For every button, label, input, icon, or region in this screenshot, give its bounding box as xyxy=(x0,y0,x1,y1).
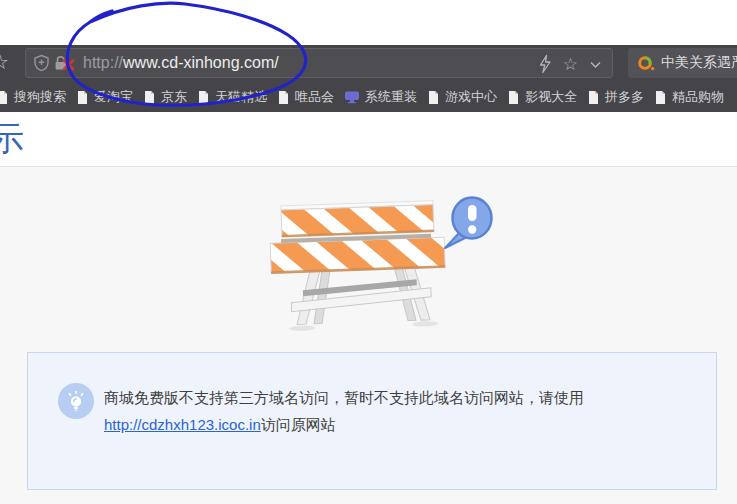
bookmark-label: 爱淘宝 xyxy=(94,88,133,106)
bookmark-item[interactable]: 影视大全 xyxy=(507,88,577,106)
bookmark-item[interactable]: 唯品会 xyxy=(277,88,334,106)
clipped-heading-fragment: 示 xyxy=(0,116,24,162)
address-bar[interactable]: http://www.cd-xinhong.com/ ☆ xyxy=(25,48,613,78)
page-icon xyxy=(0,90,9,105)
page-icon xyxy=(427,90,440,105)
address-bar-row: ☆ http://www.cd-xinh xyxy=(0,45,737,82)
lightbulb-icon xyxy=(58,383,94,419)
bookmark-item[interactable]: 天猫精选 xyxy=(197,88,267,106)
bookmark-label: 精品购物 xyxy=(672,88,724,106)
notice-message-after-link: 访问原网站 xyxy=(261,416,336,433)
bookmark-item[interactable]: 搜狗搜索 xyxy=(0,88,66,106)
bookmark-item-system-reinstall[interactable]: 系统重装 xyxy=(344,88,417,106)
page-icon xyxy=(507,90,520,105)
bookmark-item[interactable]: 京东 xyxy=(143,88,187,106)
bookmark-label: 天猫精选 xyxy=(215,88,267,106)
quick-launch-icon[interactable] xyxy=(538,54,552,74)
bookmark-label: 拼多多 xyxy=(605,88,644,106)
page-icon xyxy=(143,90,156,105)
notice-message: 商城免费版不支持第三方域名访问，暂时不支持此域名访问网站，请使用 http://… xyxy=(104,384,684,438)
alert-bubble xyxy=(445,198,492,249)
bookmark-label: 京东 xyxy=(161,88,187,106)
bookmark-label: 游戏中心 xyxy=(445,88,497,106)
shield-plus-icon[interactable] xyxy=(33,54,50,72)
bookmarks-bar: 搜狗搜索 爱淘宝 京东 天猫精选 唯品会 系统重装 游戏中心 影视大全 xyxy=(0,82,737,112)
chevron-down-icon[interactable] xyxy=(589,58,602,71)
bookmark-label: 影视大全 xyxy=(525,88,577,106)
bookmark-label: 系统重装 xyxy=(365,88,417,106)
browser-chrome: ☆ http://www.cd-xinh xyxy=(0,45,737,112)
url-text[interactable]: http://www.cd-xinhong.com/ xyxy=(83,54,279,72)
search-suggestion-text: 中美关系遇严 xyxy=(661,54,737,72)
favorite-star-icon[interactable]: ☆ xyxy=(563,56,578,73)
sogou-logo-icon xyxy=(637,55,655,72)
page-icon xyxy=(587,90,600,105)
bookmark-item[interactable]: 精品购物 xyxy=(654,88,724,106)
bookmark-label: 唯品会 xyxy=(295,88,334,106)
url-scheme: http:// xyxy=(83,54,123,71)
notice-box: 商城免费版不支持第三方域名访问，暂时不支持此域名访问网站，请使用 http://… xyxy=(27,352,717,490)
reinstall-app-icon xyxy=(344,90,360,104)
page-icon xyxy=(197,90,210,105)
original-site-link[interactable]: http://cdzhxh123.icoc.in xyxy=(104,416,261,433)
notice-message-before-link: 商城免费版不支持第三方域名访问，暂时不支持此域名访问网站，请使用 xyxy=(104,389,584,406)
url-host: www.cd-xinhong.com/ xyxy=(123,54,279,71)
page-icon xyxy=(654,90,667,105)
page-icon xyxy=(76,90,89,105)
search-box[interactable]: 中美关系遇严 xyxy=(628,48,737,78)
bookmark-item[interactable]: 爱淘宝 xyxy=(76,88,133,106)
page-icon xyxy=(277,90,290,105)
bookmark-item[interactable]: 游戏中心 xyxy=(427,88,497,106)
bookmark-item[interactable]: 拼多多 xyxy=(587,88,644,106)
bookmark-label: 搜狗搜索 xyxy=(14,88,66,106)
construction-barrier-illustration xyxy=(266,194,498,340)
insecure-lock-icon[interactable] xyxy=(53,54,77,72)
clipped-star-icon[interactable]: ☆ xyxy=(0,50,9,74)
page-content: 示 xyxy=(0,112,737,504)
